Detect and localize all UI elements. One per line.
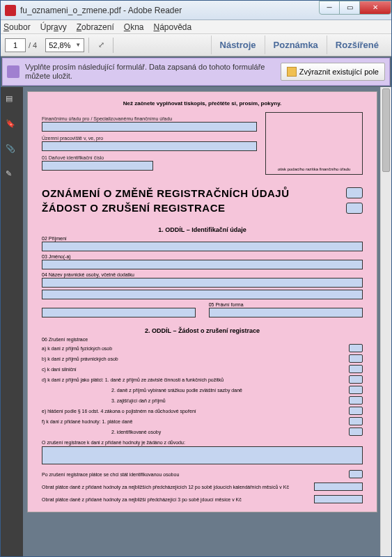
minimize-button[interactable]: ─ (319, 1, 340, 15)
left-sidebar: ▤ 🔖 📎 ✎ (1, 87, 23, 557)
page-total: / 4 (29, 41, 37, 49)
check-f1[interactable] (349, 417, 363, 425)
menu-okna[interactable]: Okna (124, 22, 144, 32)
form-title-1: OZNÁMENÍ O ZMĚNĚ REGISTRAČNÍCH ÚDAJŮ (42, 187, 339, 199)
label-05: 05 Právní forma (209, 302, 363, 307)
menu-zobrazeni[interactable]: Zobrazení (77, 22, 114, 32)
zoom-value: 52,8% (49, 41, 70, 49)
form-title-2: ŽÁDOST O ZRUŠENÍ REGISTRACE (42, 202, 339, 214)
check-title-2[interactable] (346, 203, 363, 214)
bookmarks-icon[interactable]: 🔖 (6, 119, 18, 132)
extended-panel-button[interactable]: Rozšířené (327, 36, 387, 54)
check-title-1[interactable] (346, 187, 363, 198)
field-dic[interactable] (42, 161, 153, 171)
label-02: 02 Příjmení (42, 236, 363, 241)
label-03: 03 Jméno(-a) (42, 254, 363, 259)
toolbar-divider (113, 38, 113, 53)
check-f2[interactable] (349, 427, 363, 436)
highlight-label: Zvýraznit existující pole (299, 68, 379, 76)
app-icon (5, 5, 16, 16)
zoom-select[interactable]: 52,8% ▼ (45, 38, 84, 52)
check-d2[interactable] (349, 386, 363, 394)
stamp-box: otisk podacího razítka finančního úřadu (265, 112, 363, 175)
section-1-head: 1. ODDÍL – Identifikační údaje (42, 226, 363, 233)
menu-bar: Soubor Úpravy Zobrazení Okna Nápověda (1, 20, 391, 34)
line-f2: 2. identifikované osoby (42, 430, 349, 434)
reason-field[interactable] (42, 446, 363, 464)
banner-text: Vyplňte prosím následující formulář. Dat… (25, 63, 281, 81)
check-b[interactable] (349, 354, 363, 363)
label-06: 06 Zrušení registrace (42, 337, 363, 342)
fit-page-icon[interactable]: ⤢ (93, 38, 109, 53)
field-fu[interactable] (42, 122, 257, 132)
field-02[interactable] (42, 242, 363, 251)
check-a[interactable] (349, 344, 363, 352)
window-titlebar: fu_oznameni_o_zmene.pdf - Adobe Reader ─… (1, 1, 391, 20)
stamp-label: otisk podacího razítka finančního úřadu (278, 167, 351, 171)
tools-panel-button[interactable]: Nástroje (211, 36, 265, 54)
section-2-head: 2. ODDÍL – Žádost o zrušení registrace (42, 327, 363, 334)
pdf-page: Než začnete vyplňovat tiskopis, přečtěte… (27, 91, 377, 512)
window-title: fu_oznameni_o_zmene.pdf - Adobe Reader (20, 6, 320, 15)
field-up[interactable] (42, 141, 257, 151)
comment-panel-button[interactable]: Poznámka (265, 36, 327, 54)
check-e[interactable] (349, 407, 363, 415)
menu-napoveda[interactable]: Nápověda (154, 22, 192, 32)
scrollbar-thumb[interactable] (382, 88, 390, 172)
close-button[interactable]: ✕ (359, 1, 391, 15)
line-f: f) k dani z přidané hodnoty: 1. plátce d… (42, 419, 349, 424)
line-b: b) k dani z příjmů právnických osob (42, 356, 349, 361)
form-instruction: Než začnete vyplňovat tiskopis, přečtěte… (42, 100, 363, 107)
turnover12-field[interactable] (314, 483, 363, 491)
label-up: Územní pracoviště v, ve, pro (42, 136, 257, 141)
highlight-icon (287, 67, 297, 77)
menu-soubor[interactable]: Soubor (3, 22, 31, 32)
check-d3[interactable] (349, 396, 363, 405)
toolbar: / 4 52,8% ▼ ⤢ Nástroje Poznámka Rozšířen… (1, 34, 391, 56)
line-d2: 2. daně z příjmů vybírané srážkou podle … (42, 388, 349, 393)
check-c[interactable] (349, 365, 363, 373)
menu-upravy[interactable]: Úpravy (40, 22, 67, 32)
turnover3-field[interactable] (314, 495, 363, 503)
line-a: a) k dani z příjmů fyzických osob (42, 346, 349, 351)
vertical-scrollbar[interactable] (380, 87, 391, 557)
after-label: Po zrušení registrace plátce se chci stá… (42, 472, 349, 477)
line-c: c) k dani silniční (42, 367, 349, 372)
form-banner: Vyplňte prosím následující formulář. Dat… (2, 58, 390, 86)
field-04a[interactable] (42, 278, 363, 288)
turnover12-label: Obrat plátce daně z přidané hodnoty za n… (42, 485, 310, 489)
field-03[interactable] (42, 260, 363, 269)
label-dic: 01 Daňové identifikační číslo (42, 155, 257, 160)
signatures-icon[interactable]: ✎ (6, 169, 18, 182)
page-number-input[interactable] (5, 38, 26, 52)
label-04: 04 Název právnické osoby, včetně dodatku (42, 272, 363, 277)
check-d1[interactable] (349, 375, 363, 384)
check-after[interactable] (349, 470, 363, 478)
thumbnails-icon[interactable]: ▤ (6, 94, 18, 107)
line-e: e) hlášení podle § 16 odst. 4 zákona o p… (42, 409, 349, 414)
label-fu: Finančnímu úřadu pro / Specializovanému … (42, 116, 257, 121)
field-04b[interactable] (42, 290, 363, 299)
field-05[interactable] (209, 308, 363, 317)
reason-label: O zrušení registrace k dani z přidané ho… (42, 440, 363, 445)
form-info-icon (7, 65, 19, 78)
line-d3: 3. zajišťující daň z příjmů (42, 398, 349, 403)
maximize-button[interactable]: ▭ (339, 1, 360, 15)
turnover3-label: Obrat plátce daně z přidané hodnoty za n… (42, 497, 310, 502)
attachments-icon[interactable]: 📎 (6, 144, 18, 157)
chevron-down-icon: ▼ (75, 42, 81, 48)
toolbar-divider (88, 38, 89, 53)
document-viewport: Než začnete vyplňovat tiskopis, přečtěte… (23, 87, 391, 557)
line-d: d) k dani z příjmů jako plátci: 1. daně … (42, 377, 349, 382)
field-04c[interactable] (42, 308, 196, 317)
highlight-fields-button[interactable]: Zvýraznit existující pole (281, 63, 385, 81)
